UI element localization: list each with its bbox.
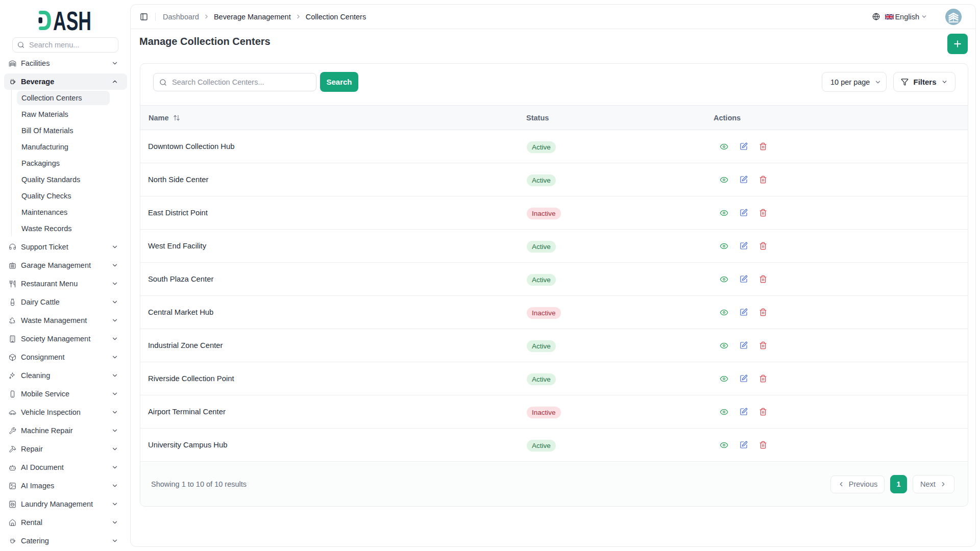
svg-text:ASH: ASH	[53, 10, 91, 31]
